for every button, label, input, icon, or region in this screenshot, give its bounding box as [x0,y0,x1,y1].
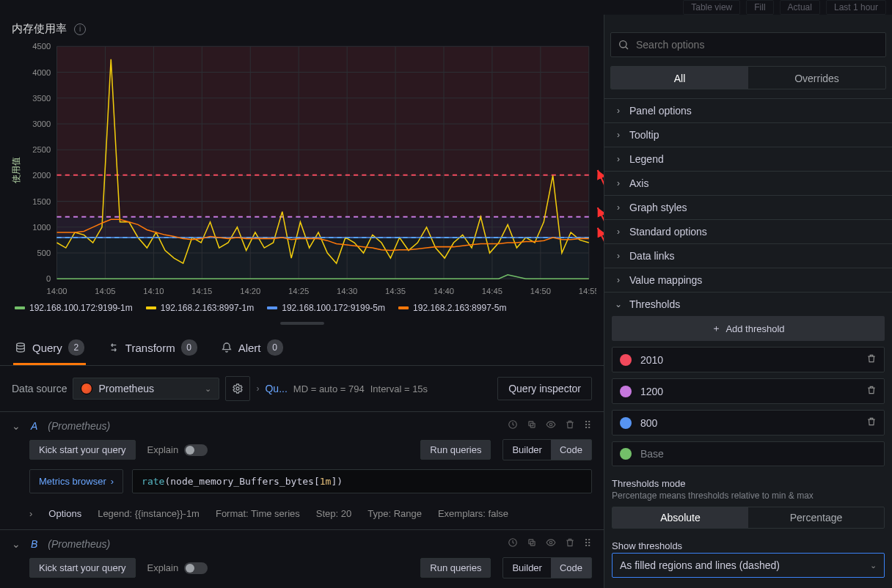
svg-text:2000: 2000 [32,171,51,180]
mode-code[interactable]: Code [551,440,591,460]
svg-text:4000: 4000 [32,68,51,77]
kick-start-button[interactable]: Kick start your query [29,440,136,460]
threshold-value[interactable]: 800 [640,417,858,429]
actual-toggle[interactable]: Actual [780,0,820,15]
time-range-picker[interactable]: Last 1 hour [826,0,886,15]
copy-icon[interactable] [527,537,537,550]
tab-query[interactable]: Query 2 [13,332,86,365]
trash-icon[interactable] [866,353,877,366]
query-b-letter[interactable]: B [31,538,37,550]
show-thresholds-select[interactable]: As filled regions and lines (dashed) ⌄ [612,553,885,578]
run-queries-button[interactable]: Run queries [420,558,491,578]
collapse-icon[interactable]: ⌄ [12,420,21,432]
trash-icon[interactable] [866,385,877,397]
datasource-settings-button[interactable] [225,376,250,401]
threshold-value[interactable]: 1200 [640,386,858,397]
legend-item[interactable]: 192.168.100.172:9199-1m [15,303,133,313]
copy-icon[interactable] [527,419,537,432]
panel-title: 内存使用率 [12,22,67,36]
history-icon[interactable] [508,419,518,432]
threshold-row[interactable]: 2010 [612,347,885,372]
section-thresholds[interactable]: ⌄Thresholds [604,293,892,316]
info-icon[interactable]: i [74,23,86,35]
search-options-input[interactable] [610,32,886,57]
section-data-links[interactable]: ›Data links [604,244,892,268]
query-inspector-button[interactable]: Query inspector [497,377,592,400]
section-standard-options[interactable]: ›Standard options [604,220,892,243]
md-auto-text: MD = auto = 794 [293,383,365,394]
eye-icon[interactable] [546,537,556,550]
legend-label: 192.168.2.163:8997-1m [161,303,254,313]
tab-transform[interactable]: Transform 0 [106,332,199,365]
section-label: Thresholds [629,298,680,310]
type-option: Type: Range [368,508,422,519]
options-label[interactable]: Options [48,508,81,519]
threshold-color-dot[interactable] [620,354,632,366]
trash-icon[interactable] [565,419,575,432]
query-expression-input[interactable]: rate(node_memory_Buffers_bytes[1m]) [132,469,592,493]
trash-icon[interactable] [866,416,877,429]
explain-toggle[interactable] [184,444,208,456]
datasource-select[interactable]: Prometheus ⌄ [73,378,219,400]
query-a-letter[interactable]: A [31,420,37,432]
query-options-link[interactable]: Qu... [265,383,287,394]
legend-option: Legend: {{instance}}-1m [98,508,200,519]
section-value-mappings[interactable]: ›Value mappings [604,268,892,292]
svg-text:14:05: 14:05 [95,287,115,295]
section-tooltip[interactable]: ›Tooltip [604,123,892,147]
legend-swatch [15,306,25,309]
options-tab-overrides[interactable]: Overrides [748,67,885,89]
tab-transform-label: Transform [125,342,175,354]
threshold-row[interactable]: 800 [612,410,885,436]
mode-builder[interactable]: Builder [503,558,550,578]
step-option: Step: 20 [316,508,351,519]
viz-type-picker[interactable] [610,15,886,21]
section-legend[interactable]: ›Legend [604,147,892,171]
collapse-icon[interactable]: ⌄ [12,538,21,550]
kick-start-button[interactable]: Kick start your query [29,558,136,578]
threshold-base-label: Base [640,448,877,460]
threshold-row[interactable]: 1200 [612,378,885,404]
thresholds-mode-percentage[interactable]: Percentage [748,507,884,528]
mode-code[interactable]: Code [551,558,591,578]
svg-text:0: 0 [46,274,51,283]
section-graph-styles[interactable]: ›Graph styles [604,196,892,219]
threshold-value[interactable]: 2010 [640,354,858,366]
chevron-right-icon[interactable]: › [29,508,32,519]
run-queries-button[interactable]: Run queries [420,440,491,460]
query-a-datasource: (Prometheus) [48,420,110,432]
explain-toggle[interactable] [184,562,208,574]
section-axis[interactable]: ›Axis [604,172,892,195]
metrics-browser-button[interactable]: Metrics browser › [29,469,123,493]
tab-alert[interactable]: Alert 0 [219,332,285,365]
thresholds-mode-absolute[interactable]: Absolute [613,507,748,528]
datasource-name: Prometheus [98,383,153,394]
options-tab-all[interactable]: All [611,67,748,89]
mode-builder[interactable]: Builder [503,440,550,460]
resize-handle[interactable] [0,319,604,328]
drag-handle-icon[interactable]: ⠿ [584,419,592,432]
trash-icon[interactable] [565,537,575,550]
svg-line-51 [598,170,604,301]
fill-toggle[interactable]: Fill [746,0,773,15]
svg-text:14:40: 14:40 [434,287,454,295]
legend-item[interactable]: 192.168.100.172:9199-5m [267,303,385,313]
history-icon[interactable] [508,537,518,550]
time-series-chart[interactable]: 使用值 050010001500200025003000350040004500… [0,39,604,301]
svg-text:14:25: 14:25 [288,287,309,295]
svg-point-55 [236,387,239,390]
threshold-base-row: Base [612,441,885,466]
section-label: Data links [629,250,674,262]
add-threshold-button[interactable]: ＋ Add threshold [612,316,885,341]
legend-item[interactable]: 192.168.2.163:8997-1m [146,303,254,313]
table-view-toggle[interactable]: Table view [683,0,740,15]
eye-icon[interactable] [546,419,556,432]
threshold-color-dot[interactable] [620,386,632,397]
metrics-browser-label: Metrics browser [39,476,106,487]
threshold-color-dot[interactable] [620,417,632,429]
drag-handle-icon[interactable]: ⠿ [584,537,592,550]
chart-legend: 192.168.100.172:9199-1m192.168.2.163:899… [0,301,604,319]
threshold-color-dot[interactable] [620,448,632,460]
section-panel-options[interactable]: ›Panel options [604,99,892,122]
legend-item[interactable]: 192.168.2.163:8997-5m [398,303,506,313]
